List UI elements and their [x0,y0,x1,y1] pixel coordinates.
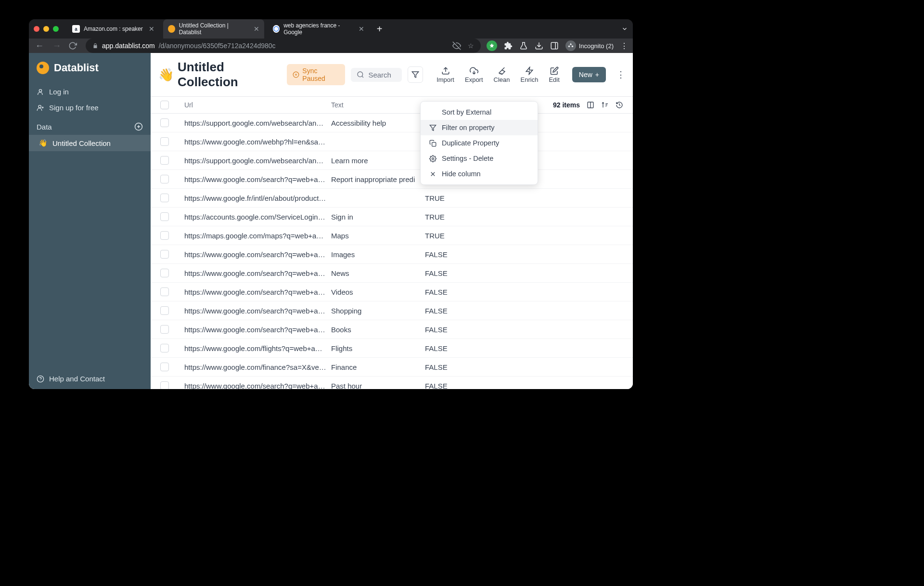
cell-url[interactable]: https://support.google.com/websearch/ans… [184,119,331,127]
cell-external[interactable]: TRUE [425,194,483,202]
ctx-hide[interactable]: Hide column [421,166,538,182]
cell-text[interactable]: Books [331,326,425,334]
cell-url[interactable]: https://www.google.com/search?q=web+agen… [184,307,331,315]
cell-url[interactable]: https://support.google.com/websearch/ans… [184,156,331,165]
window-maximize-button[interactable] [53,26,59,32]
table-row[interactable]: https://www.google.com/search?q=web+agen… [151,301,633,320]
cell-text[interactable]: Past hour [331,382,425,390]
row-checkbox[interactable] [160,306,169,315]
cell-text[interactable]: Finance [331,363,425,371]
cell-text[interactable]: Videos [331,288,425,296]
cell-text[interactable]: Sign in [331,213,425,221]
header-url[interactable]: Url [184,101,331,109]
table-row[interactable]: https://www.google.com/search?q=web+agen… [151,245,633,264]
table-row[interactable]: https://www.google.com/search?q=web+agen… [151,320,633,339]
sort-icon[interactable] [601,101,609,109]
row-checkbox[interactable] [160,175,169,183]
table-row[interactable]: https://maps.google.com/maps?q=web+agenc… [151,226,633,245]
extensions-icon[interactable] [504,41,513,50]
row-checkbox[interactable] [160,156,169,165]
cell-text[interactable]: News [331,269,425,277]
new-tab-button[interactable]: + [377,24,383,35]
cell-url[interactable]: https://www.google.fr/intl/en/about/prod… [184,194,331,202]
row-checkbox[interactable] [160,231,169,240]
ctx-settings[interactable]: Settings - Delete [421,151,538,166]
sidebar-login[interactable]: Log in [29,84,151,100]
cell-url[interactable]: https://accounts.google.com/ServiceLogin… [184,213,331,221]
forward-button[interactable]: → [51,41,63,51]
ctx-sort[interactable]: Sort by External [421,104,538,120]
labs-icon[interactable] [519,41,528,50]
columns-icon[interactable] [587,101,594,109]
row-checkbox[interactable] [160,325,169,334]
table-row[interactable]: https://www.google.com/search?q=web+agen… [151,283,633,301]
table-row[interactable]: https://www.google.com/search?q=web+agen… [151,377,633,389]
sidebar-help[interactable]: Help and Contact [29,371,151,387]
table-row[interactable]: https://www.google.com/search?q=web+agen… [151,170,633,189]
window-minimize-button[interactable] [43,26,49,32]
tab-amazon[interactable]: a Amazon.com : speaker ✕ [67,22,159,36]
clean-button[interactable]: Clean [494,66,510,83]
close-icon[interactable]: ✕ [149,25,154,33]
cell-external[interactable]: TRUE [425,232,483,240]
cell-external[interactable]: FALSE [425,307,483,315]
cell-text[interactable]: Images [331,250,425,259]
new-button[interactable]: New + [572,67,606,82]
enrich-button[interactable]: Enrich [521,66,539,83]
cell-external[interactable]: FALSE [425,250,483,259]
edit-button[interactable]: Edit [549,66,559,83]
brand[interactable]: Datablist [29,62,151,84]
row-checkbox[interactable] [160,250,169,259]
cell-text[interactable]: Accessibility help [331,119,425,127]
cell-external[interactable]: TRUE [425,213,483,221]
tab-google[interactable]: web agencies france - Google ✕ [268,19,369,39]
import-button[interactable]: Import [436,66,454,83]
sidebar-item-collection[interactable]: 👋 Untitled Collection [29,135,151,151]
table-row[interactable]: https://accounts.google.com/ServiceLogin… [151,208,633,226]
tab-datablist[interactable]: Untitled Collection | Datablist ✕ [163,19,264,39]
table-row[interactable]: https://support.google.com/websearch/ans… [151,151,633,170]
cell-external[interactable]: FALSE [425,269,483,277]
row-checkbox[interactable] [160,137,169,146]
tab-overflow-button[interactable] [621,26,628,32]
window-close-button[interactable] [34,26,39,32]
cell-url[interactable]: https://maps.google.com/maps?q=web+agenc… [184,232,331,240]
cell-external[interactable]: FALSE [425,326,483,334]
cell-url[interactable]: https://www.google.com/search?q=web+agen… [184,250,331,259]
browser-menu-icon[interactable]: ⋮ [620,41,628,51]
address-bar[interactable]: app.datablist.com/d/anonymous/6350f5e712… [86,39,481,53]
eye-off-icon[interactable] [452,41,461,50]
header-text[interactable]: Text [331,101,425,109]
ctx-filter[interactable]: Filter on property [421,120,538,135]
row-checkbox[interactable] [160,381,169,389]
history-icon[interactable] [616,101,623,109]
table-row[interactable]: https://support.google.com/websearch/ans… [151,114,633,132]
sidebar-signup[interactable]: Sign up for free [29,100,151,116]
row-checkbox[interactable] [160,212,169,221]
select-all-checkbox[interactable] [160,101,169,109]
close-icon[interactable]: ✕ [254,25,259,33]
cell-external[interactable]: FALSE [425,344,483,352]
extension-adblock-icon[interactable] [487,40,497,51]
incognito-badge[interactable]: Incognito (2) [565,40,614,51]
filter-button[interactable] [408,66,423,83]
table-row[interactable]: https://www.google.com/webhp?hl=en&sa=X&… [151,132,633,151]
ctx-duplicate[interactable]: Duplicate Property [421,135,538,151]
cell-text[interactable]: Learn more [331,156,425,165]
row-checkbox[interactable] [160,363,169,371]
table-row[interactable]: https://www.google.com/finance?sa=X&ved=… [151,358,633,377]
table-row[interactable]: https://www.google.com/flights?q=web+age… [151,339,633,358]
cell-url[interactable]: https://www.google.com/finance?sa=X&ved=… [184,363,331,371]
cell-text[interactable]: Report inappropriate predi [331,175,425,183]
cell-text[interactable]: Flights [331,344,425,352]
cell-url[interactable]: https://www.google.com/search?q=web+agen… [184,288,331,296]
row-checkbox[interactable] [160,344,169,352]
reload-button[interactable] [68,41,80,50]
add-collection-button[interactable] [134,122,143,131]
table-row[interactable]: https://www.google.fr/intl/en/about/prod… [151,189,633,208]
cell-url[interactable]: https://www.google.com/search?q=web+agen… [184,382,331,390]
cell-external[interactable]: FALSE [425,382,483,390]
cell-url[interactable]: https://www.google.com/search?q=web+agen… [184,175,331,183]
sync-status[interactable]: Sync Paused [287,64,345,85]
search-input[interactable]: Search [351,68,401,82]
